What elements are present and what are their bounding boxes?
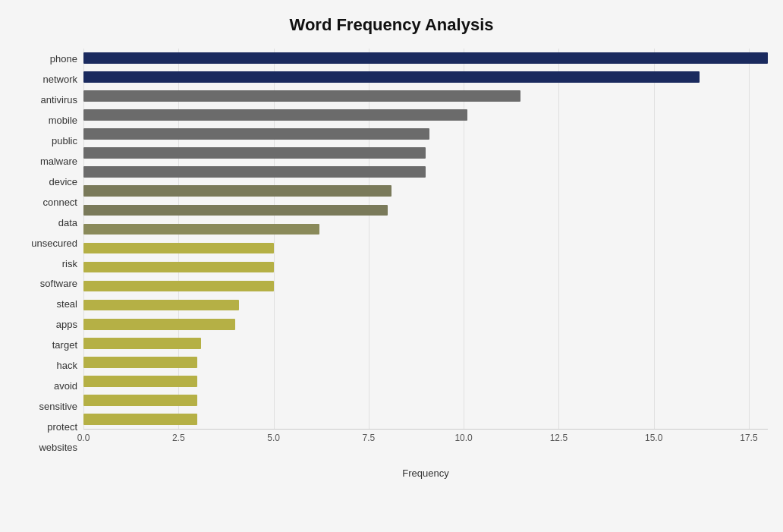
y-label-websites: websites (39, 437, 77, 458)
y-label-data: data (58, 212, 77, 233)
bars-rows (83, 49, 768, 429)
bars-and-x: 0.02.55.07.510.012.515.017.5 Frequency (83, 49, 768, 459)
x-tick: 7.5 (362, 433, 375, 443)
bar-row-steal (83, 277, 768, 296)
bar-unsecured (83, 224, 319, 235)
bar-hack (83, 338, 201, 349)
bar-row-device (83, 162, 768, 181)
bar-public (83, 128, 429, 140)
bar-row-unsecured (83, 219, 768, 238)
bar-data (83, 205, 388, 216)
chart-title: Word Frequency Analysis (15, 15, 768, 35)
y-label-malware: malware (40, 151, 77, 172)
bar-sensitive (83, 376, 197, 387)
y-label-public: public (52, 131, 77, 151)
bar-device (83, 166, 426, 178)
bar-software (83, 262, 274, 273)
bar-row-phone (83, 49, 768, 68)
bar-protect (83, 395, 197, 406)
bar-row-network (83, 68, 768, 87)
x-axis: 0.02.55.07.510.012.515.017.5 Frequency (83, 429, 768, 459)
y-label-connect: connect (42, 192, 77, 212)
bar-row-avoid (83, 353, 768, 372)
bar-row-protect (83, 391, 768, 410)
bar-antivirus (83, 90, 520, 102)
x-tick: 15.0 (645, 433, 662, 443)
x-tick: 10.0 (454, 433, 472, 443)
y-label-hack: hack (57, 355, 77, 376)
y-label-steal: steal (57, 294, 77, 314)
y-label-phone: phone (50, 49, 77, 69)
y-label-target: target (52, 335, 77, 355)
bar-avoid (83, 357, 197, 368)
x-tick: 17.5 (740, 433, 757, 443)
y-label-antivirus: antivirus (41, 90, 77, 110)
y-label-sensitive: sensitive (39, 396, 77, 417)
bar-network (83, 71, 700, 83)
x-tick: 12.5 (550, 433, 568, 443)
bar-row-antivirus (83, 87, 768, 105)
bar-row-data (83, 200, 768, 219)
y-axis: phonenetworkantivirusmobilepublicmalware… (15, 49, 83, 459)
x-tick: 5.0 (267, 433, 280, 443)
y-label-apps: apps (56, 314, 77, 335)
bar-row-connect (83, 181, 768, 200)
bar-row-risk (83, 238, 768, 257)
bar-risk (83, 243, 274, 254)
x-ticks: 0.02.55.07.510.012.515.017.5 (83, 430, 768, 459)
bar-row-mobile (83, 105, 768, 124)
bar-row-hack (83, 334, 768, 353)
y-label-software: software (40, 273, 77, 294)
y-label-avoid: avoid (54, 376, 77, 396)
bar-target (83, 319, 235, 330)
y-label-network: network (42, 69, 77, 90)
x-tick: 0.0 (77, 433, 90, 443)
y-label-device: device (49, 172, 77, 192)
bar-connect (83, 185, 392, 197)
bar-row-apps (83, 296, 768, 315)
y-label-unsecured: unsecured (31, 233, 77, 253)
y-label-risk: risk (62, 253, 77, 274)
bar-row-malware (83, 143, 768, 162)
y-label-mobile: mobile (49, 110, 77, 131)
bars-area (83, 49, 768, 429)
chart-container: Word Frequency Analysis phonenetworkanti… (0, 0, 783, 532)
x-axis-label: Frequency (83, 467, 768, 479)
bar-steal (83, 281, 274, 292)
bar-phone (83, 52, 768, 64)
bar-row-target (83, 315, 768, 334)
bar-row-software (83, 258, 768, 277)
bar-row-sensitive (83, 372, 768, 391)
chart-area: phonenetworkantivirusmobilepublicmalware… (15, 49, 768, 459)
bar-malware (83, 147, 426, 159)
bar-apps (83, 300, 239, 311)
x-tick: 2.5 (172, 433, 185, 443)
bar-websites (83, 414, 197, 425)
y-label-protect: protect (47, 417, 77, 437)
bar-row-public (83, 124, 768, 143)
bar-mobile (83, 109, 467, 121)
bar-row-websites (83, 410, 768, 429)
